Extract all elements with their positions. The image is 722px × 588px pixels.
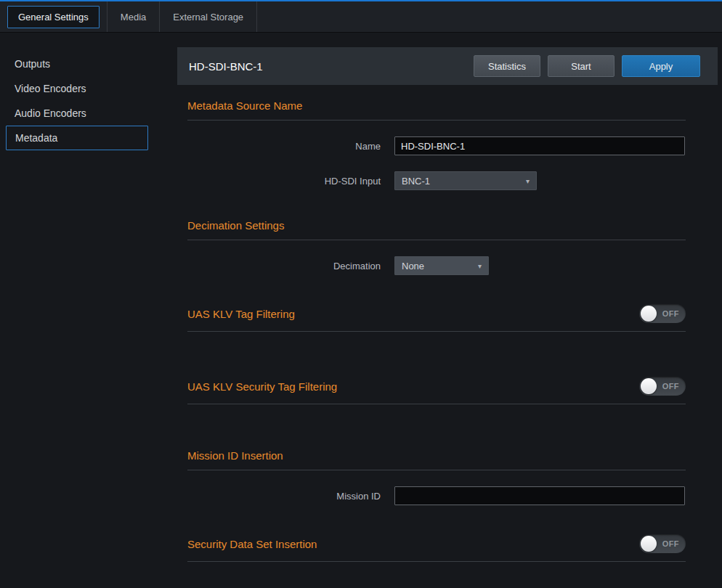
hdsdi-input-row: HD-SDI Input BNC-1 ▾ (187, 171, 686, 190)
decimation-selected-value: None (402, 261, 424, 271)
sidebar: Outputs Video Encoders Audio Encoders Me… (0, 33, 177, 588)
chevron-down-icon: ▾ (526, 177, 530, 185)
toggle-knob (641, 536, 657, 552)
uas-klv-tag-filtering-toggle[interactable]: OFF (639, 304, 686, 323)
main-layout: Outputs Video Encoders Audio Encoders Me… (0, 33, 722, 588)
section-security-data-set-insertion: Security Data Set Insertion OFF (187, 534, 686, 562)
sidebar-item-video-encoders[interactable]: Video Encoders (0, 76, 177, 101)
hdsdi-input-select[interactable]: BNC-1 ▾ (394, 171, 537, 190)
tab-media-label: Media (121, 12, 146, 23)
tab-external-storage[interactable]: External Storage (160, 1, 257, 32)
chevron-down-icon: ▾ (478, 262, 482, 270)
section-title-uas-klv-security: UAS KLV Security Tag Filtering (187, 380, 337, 393)
uas-klv-security-tag-filtering-toggle[interactable]: OFF (639, 377, 686, 396)
section-metadata-source-name: Metadata Source Name (187, 99, 686, 121)
apply-button[interactable]: Apply (622, 55, 700, 77)
section-uas-klv-tag-filtering: UAS KLV Tag Filtering OFF (187, 304, 686, 332)
top-tab-bar: General Settings Media External Storage (0, 0, 722, 33)
section-title-security-dataset: Security Data Set Insertion (187, 538, 317, 550)
name-row: Name (187, 136, 686, 155)
main-panel: HD-SDI-BNC-1 Statistics Start Apply Meta… (177, 33, 722, 588)
decimation-select[interactable]: None ▾ (394, 256, 489, 275)
decimation-label: Decimation (187, 261, 381, 271)
toggle-knob (641, 306, 657, 322)
settings-content: Metadata Source Name Name HD-SDI Input B… (177, 99, 718, 562)
hdsdi-input-selected-value: BNC-1 (402, 176, 430, 187)
security-data-set-insertion-toggle[interactable]: OFF (639, 534, 686, 553)
toggle-state-label: OFF (662, 382, 679, 391)
mission-id-label: Mission ID (187, 491, 381, 502)
sidebar-item-metadata[interactable]: Metadata (6, 126, 148, 150)
panel-header: HD-SDI-BNC-1 Statistics Start Apply (177, 47, 718, 85)
tab-general-settings-label: General Settings (7, 6, 100, 28)
section-decimation-settings: Decimation Settings (187, 219, 686, 240)
section-title-uas-klv: UAS KLV Tag Filtering (187, 308, 295, 320)
hdsdi-input-label: HD-SDI Input (187, 176, 381, 187)
name-label: Name (187, 141, 381, 152)
toggle-state-label: OFF (662, 539, 679, 548)
toggle-state-label: OFF (662, 309, 679, 318)
name-input[interactable] (394, 136, 685, 155)
start-button[interactable]: Start (548, 55, 614, 77)
sidebar-item-audio-encoders[interactable]: Audio Encoders (0, 101, 177, 126)
decimation-row: Decimation None ▾ (187, 256, 686, 275)
section-title-mission-id: Mission ID Insertion (187, 449, 283, 462)
tab-general-settings[interactable]: General Settings (0, 1, 108, 32)
app-root: General Settings Media External Storage … (0, 0, 722, 588)
mission-id-row: Mission ID (187, 486, 686, 505)
tab-external-storage-label: External Storage (173, 12, 243, 23)
section-mission-id-insertion: Mission ID Insertion (187, 449, 686, 470)
section-uas-klv-security-tag-filtering: UAS KLV Security Tag Filtering OFF (187, 377, 686, 404)
section-title-metadata-source: Metadata Source Name (187, 99, 302, 112)
page-title: HD-SDI-BNC-1 (189, 60, 466, 73)
section-title-decimation: Decimation Settings (187, 219, 284, 232)
tab-media[interactable]: Media (108, 1, 160, 32)
mission-id-input[interactable] (394, 486, 685, 505)
toggle-knob (641, 378, 657, 394)
sidebar-item-outputs[interactable]: Outputs (0, 52, 177, 76)
statistics-button[interactable]: Statistics (474, 55, 540, 77)
